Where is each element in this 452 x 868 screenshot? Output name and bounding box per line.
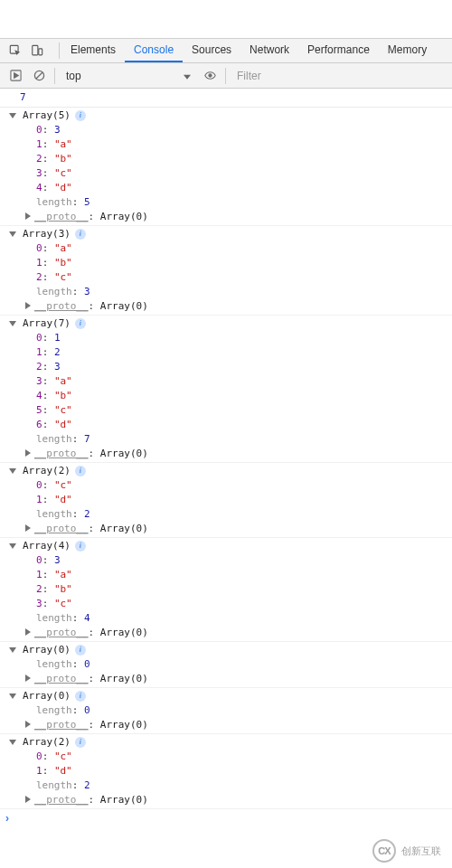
console-array: Array(4)i0: 31: "a"2: "b"3: "c"length: 4… bbox=[0, 538, 452, 642]
array-header[interactable]: Array(5)i bbox=[20, 108, 452, 123]
clear-console-icon[interactable] bbox=[29, 66, 49, 86]
divider bbox=[225, 68, 226, 84]
array-length: length: 2 bbox=[20, 507, 452, 522]
watermark: CX 创新互联 bbox=[367, 837, 447, 864]
array-label: Array(0) bbox=[23, 643, 71, 657]
context-selector[interactable]: top bbox=[61, 68, 196, 84]
svg-rect-2 bbox=[39, 49, 42, 55]
entry-value: 3 bbox=[54, 124, 61, 136]
expand-arrow-icon[interactable] bbox=[25, 302, 31, 309]
proto-key: __proto__ bbox=[34, 211, 89, 222]
array-proto[interactable]: __proto__: Array(0) bbox=[20, 672, 452, 686]
array-header[interactable]: Array(7)i bbox=[20, 316, 452, 331]
info-icon[interactable]: i bbox=[75, 541, 86, 552]
tab-network[interactable]: Network bbox=[240, 39, 298, 62]
expand-arrow-icon[interactable] bbox=[9, 647, 16, 653]
expand-arrow-icon[interactable] bbox=[9, 113, 16, 118]
array-header[interactable]: Array(4)i bbox=[20, 539, 452, 553]
length-key: length bbox=[36, 779, 72, 791]
array-header[interactable]: Array(3)i bbox=[20, 227, 452, 241]
expand-arrow-icon[interactable] bbox=[9, 321, 16, 326]
array-proto[interactable]: __proto__: Array(0) bbox=[20, 626, 452, 640]
expand-arrow-icon[interactable] bbox=[25, 212, 31, 220]
tab-elements[interactable]: Elements bbox=[61, 39, 125, 62]
array-proto[interactable]: __proto__: Array(0) bbox=[20, 522, 452, 536]
devtools-tabbar: Elements Console Sources Network Perform… bbox=[0, 39, 452, 63]
expand-arrow-icon[interactable] bbox=[25, 449, 31, 457]
proto-value: Array(0) bbox=[100, 300, 148, 312]
length-key: length bbox=[36, 704, 72, 716]
tab-performance[interactable]: Performance bbox=[298, 39, 379, 62]
expand-arrow-icon[interactable] bbox=[9, 231, 16, 237]
expand-arrow-icon[interactable] bbox=[25, 796, 31, 803]
expand-arrow-icon[interactable] bbox=[9, 740, 16, 745]
info-icon[interactable]: i bbox=[75, 691, 86, 702]
array-proto[interactable]: __proto__: Array(0) bbox=[20, 793, 452, 807]
tab-console[interactable]: Console bbox=[125, 39, 183, 62]
live-expression-icon[interactable] bbox=[200, 66, 220, 86]
array-entry: 0: 3 bbox=[20, 553, 452, 568]
length-value: 4 bbox=[84, 612, 90, 624]
array-proto[interactable]: __proto__: Array(0) bbox=[20, 299, 452, 314]
array-entry: 6: "d" bbox=[20, 418, 452, 432]
array-length: length: 7 bbox=[20, 432, 452, 447]
console-prompt-row[interactable]: › bbox=[0, 809, 452, 827]
array-entry: 3: "c" bbox=[20, 597, 452, 611]
divider bbox=[59, 42, 60, 59]
proto-key: __proto__ bbox=[34, 627, 89, 638]
device-toolbar-icon[interactable] bbox=[26, 41, 48, 61]
array-label: Array(4) bbox=[23, 539, 71, 553]
entry-value: "b" bbox=[54, 257, 72, 269]
entry-value: "d" bbox=[54, 494, 72, 505]
proto-key: __proto__ bbox=[34, 719, 89, 731]
array-header[interactable]: Array(0)i bbox=[20, 643, 452, 657]
array-entry: 4: "b" bbox=[20, 389, 452, 403]
filter-input[interactable] bbox=[231, 68, 447, 84]
array-proto[interactable]: __proto__: Array(0) bbox=[20, 447, 452, 461]
entry-index: 1 bbox=[36, 765, 42, 777]
array-entry: 0: "a" bbox=[20, 241, 452, 256]
expand-arrow-icon[interactable] bbox=[25, 675, 31, 682]
length-key: length bbox=[36, 196, 72, 208]
tab-memory[interactable]: Memory bbox=[379, 39, 436, 62]
entry-index: 0 bbox=[36, 332, 42, 344]
length-key: length bbox=[36, 612, 72, 624]
entry-index: 0 bbox=[36, 479, 42, 491]
array-header[interactable]: Array(0)i bbox=[20, 689, 452, 703]
expand-arrow-icon[interactable] bbox=[25, 524, 31, 532]
info-icon[interactable]: i bbox=[75, 737, 86, 748]
entry-index: 2 bbox=[36, 583, 42, 595]
expand-arrow-icon[interactable] bbox=[9, 543, 16, 549]
entry-index: 0 bbox=[36, 554, 42, 566]
entry-index: 4 bbox=[36, 390, 42, 401]
expand-arrow-icon[interactable] bbox=[25, 721, 31, 728]
info-icon[interactable]: i bbox=[75, 466, 86, 476]
expand-arrow-icon[interactable] bbox=[9, 693, 16, 699]
array-proto[interactable]: __proto__: Array(0) bbox=[20, 210, 452, 224]
entry-index: 5 bbox=[36, 404, 42, 416]
entry-value: "b" bbox=[54, 583, 72, 595]
expand-arrow-icon[interactable] bbox=[25, 628, 31, 636]
entry-index: 3 bbox=[36, 598, 42, 609]
info-icon[interactable]: i bbox=[75, 645, 86, 656]
array-header[interactable]: Array(2)i bbox=[20, 735, 452, 750]
entry-index: 1 bbox=[36, 257, 42, 269]
entry-index: 3 bbox=[36, 167, 42, 179]
array-entry: 2: "b" bbox=[20, 582, 452, 597]
info-icon[interactable]: i bbox=[75, 110, 86, 121]
array-label: Array(5) bbox=[23, 108, 71, 123]
console-array: Array(0)ilength: 0__proto__: Array(0) bbox=[0, 688, 452, 734]
proto-value: Array(0) bbox=[100, 673, 148, 684]
play-icon[interactable] bbox=[5, 66, 25, 86]
chevron-right-icon: › bbox=[5, 812, 9, 825]
array-header[interactable]: Array(2)i bbox=[20, 464, 452, 478]
tab-sources[interactable]: Sources bbox=[183, 39, 240, 62]
array-length: length: 3 bbox=[20, 285, 452, 299]
expand-arrow-icon[interactable] bbox=[9, 468, 16, 474]
entry-value: "d" bbox=[54, 182, 72, 193]
info-icon[interactable]: i bbox=[75, 229, 86, 240]
array-proto[interactable]: __proto__: Array(0) bbox=[20, 718, 452, 732]
array-entry: 2: "c" bbox=[20, 270, 452, 285]
inspect-element-icon[interactable] bbox=[5, 41, 26, 61]
info-icon[interactable]: i bbox=[75, 318, 86, 329]
